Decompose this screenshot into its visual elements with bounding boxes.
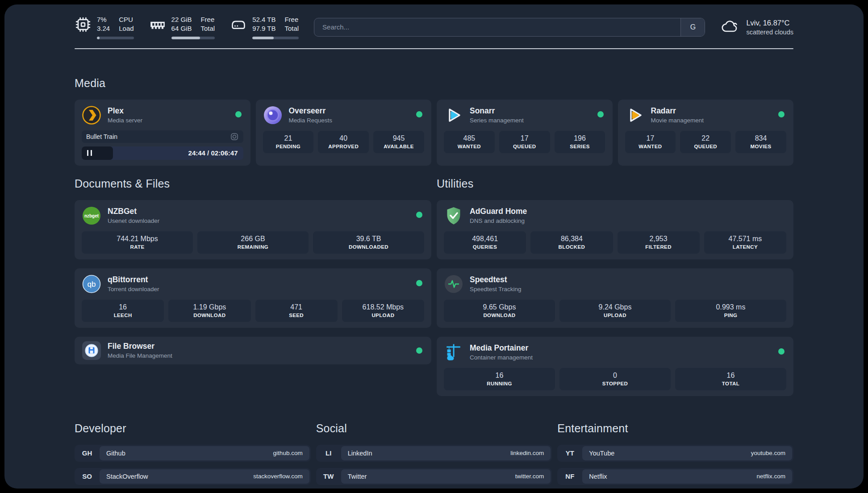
section-utilities: Utilities [437, 177, 793, 396]
section-title-documents: Documents & Files [75, 177, 431, 190]
stat-approved: 40 APPROVED [318, 131, 369, 153]
app-description: Series management [470, 117, 524, 124]
stat-leech: 16 LEECH [82, 300, 164, 322]
status-dot [416, 212, 422, 218]
search-bar: G [314, 18, 705, 37]
link-url: youtube.com [751, 450, 785, 456]
portainer-crane-icon [444, 343, 463, 362]
speedtest-pulse-icon [444, 274, 463, 294]
link-twitter[interactable]: TW Twitter twitter.com [316, 468, 552, 485]
pause-icon[interactable] [87, 150, 92, 156]
section-developer: Developer GH Github github.com SO StackO… [75, 422, 311, 489]
link-name: StackOverflow [106, 473, 148, 480]
topbar: 7% 3.24 CPU Load [75, 15, 793, 39]
cpu-labels: CPU Load [119, 15, 134, 33]
section-title-entertainment: Entertainment [557, 422, 793, 435]
app-description: Usenet downloader [108, 217, 159, 224]
overseerr-icon [263, 105, 283, 125]
app-card-overseerr[interactable]: Overseerr Media Requests 21 PENDING 40 A… [256, 100, 432, 166]
search-input[interactable] [314, 18, 680, 36]
stat-running: 16 RUNNING [444, 368, 555, 390]
app-description: Media File Management [108, 352, 172, 359]
link-stackoverflow[interactable]: SO StackOverflow stackoverflow.com [75, 468, 311, 485]
app-card-filebrowser[interactable]: File Browser Media File Management [75, 337, 431, 364]
section-entertainment: Entertainment YT YouTube youtube.com NF … [557, 422, 793, 489]
app-description: Media Requests [289, 117, 333, 124]
status-dot [416, 347, 422, 354]
app-card-sonarr[interactable]: Sonarr Series management 485 WANTED 17 Q… [437, 100, 613, 166]
search-engine-button[interactable]: G [680, 18, 705, 36]
stat-series: 196 SERIES [555, 131, 605, 153]
session-camera-icon[interactable] [230, 132, 239, 141]
weather-location: Lviv, 16.87°C [746, 19, 793, 27]
memory-values: 22 GiB 64 GiB [171, 15, 192, 33]
nzbget-icon: nzbget [82, 206, 101, 226]
cpu-chip-icon [75, 16, 92, 33]
stat-total: 16 TOTAL [675, 368, 786, 390]
memory-progress-bar [171, 37, 215, 39]
link-linkedin[interactable]: LI LinkedIn linkedin.com [316, 445, 552, 462]
app-card-portainer[interactable]: Media Portainer Container management 16 … [437, 337, 793, 396]
cpu-progress-bar [97, 37, 134, 39]
app-title: Media Portainer [470, 343, 533, 353]
status-dot [778, 348, 785, 355]
app-description: Container management [470, 354, 533, 361]
filebrowser-icon [82, 341, 101, 360]
disk-drive-icon [230, 16, 247, 33]
section-media: Media Plex Media server [75, 77, 793, 166]
stat-wanted: 17 WANTED [625, 131, 676, 153]
memory-widget: 22 GiB 64 GiB Free Total [149, 15, 215, 39]
sonarr-icon [444, 105, 463, 125]
app-card-radarr[interactable]: Radarr Movie management 17 WANTED 22 QUE… [618, 100, 794, 166]
app-description: Torrent downloader [108, 286, 159, 292]
app-description: DNS and adblocking [470, 217, 527, 224]
section-title-utilities: Utilities [437, 177, 793, 190]
stat-upload: 9.24 Gbps UPLOAD [559, 300, 671, 322]
topbar-divider [75, 48, 793, 49]
cpu-widget: 7% 3.24 CPU Load [75, 15, 134, 39]
app-card-qbittorrent[interactable]: qb qBittorrent Torrent downloader 16 LEE… [75, 268, 431, 328]
playback-progress-bar[interactable]: 24:44 / 02:06:47 [82, 146, 243, 160]
status-dot [416, 280, 422, 286]
section-social: Social LI LinkedIn linkedin.com TW Twitt… [316, 422, 552, 489]
link-netflix[interactable]: NF Netflix netflix.com [557, 468, 793, 485]
app-card-adguard[interactable]: AdGuard Home DNS and adblocking 498,461 … [437, 200, 793, 259]
svg-text:nzbget: nzbget [84, 213, 99, 218]
stat-seed: 471 SEED [255, 300, 338, 322]
storage-labels: Free Total [284, 15, 299, 33]
stat-upload: 618.52 Mbps UPLOAD [342, 300, 424, 322]
app-description: Movie management [651, 117, 704, 124]
stat-remaining: 266 GB REMAINING [197, 231, 309, 254]
memory-labels: Free Total [200, 15, 215, 33]
app-card-plex[interactable]: Plex Media server Bullet Train [75, 100, 250, 166]
stat-blocked: 86,384 BLOCKED [530, 231, 613, 254]
now-playing-title: Bullet Train [86, 133, 117, 140]
cpu-values: 7% 3.24 [97, 15, 110, 33]
stat-download: 1.19 Gbps DOWNLOAD [168, 300, 250, 322]
status-dot [235, 111, 242, 117]
app-card-speedtest[interactable]: Speedtest Speedtest Tracking 9.65 Gbps D… [437, 268, 793, 328]
link-url: netflix.com [756, 473, 785, 480]
stat-ping: 0.993 ms PING [675, 300, 786, 322]
app-title: Plex [108, 106, 142, 116]
stat-stopped: 0 STOPPED [559, 368, 671, 390]
link-github[interactable]: GH Github github.com [75, 445, 311, 462]
section-title-developer: Developer [75, 422, 311, 435]
app-description: Media server [108, 117, 142, 124]
weather-widget: Lviv, 16.87°C scattered clouds [720, 17, 793, 37]
app-card-nzbget[interactable]: nzbget NZBGet Usenet downloader 744.21 M… [75, 200, 431, 259]
link-youtube[interactable]: YT YouTube youtube.com [557, 445, 793, 462]
link-url: twitter.com [515, 473, 544, 480]
app-title: NZBGet [108, 207, 159, 216]
link-url: linkedin.com [510, 450, 544, 456]
link-abbr: GH [75, 449, 100, 457]
plex-icon [82, 105, 101, 125]
link-abbr: NF [557, 472, 582, 480]
link-name: Netflix [589, 473, 607, 480]
section-documents: Documents & Files nzbget NZBGet Usenet d [75, 177, 431, 396]
storage-values: 52.4 TB 97.9 TB [252, 15, 275, 33]
radarr-icon [625, 105, 645, 125]
link-abbr: SO [75, 472, 100, 480]
app-description: Speedtest Tracking [470, 286, 522, 292]
weather-text: Lviv, 16.87°C scattered clouds [746, 19, 793, 36]
